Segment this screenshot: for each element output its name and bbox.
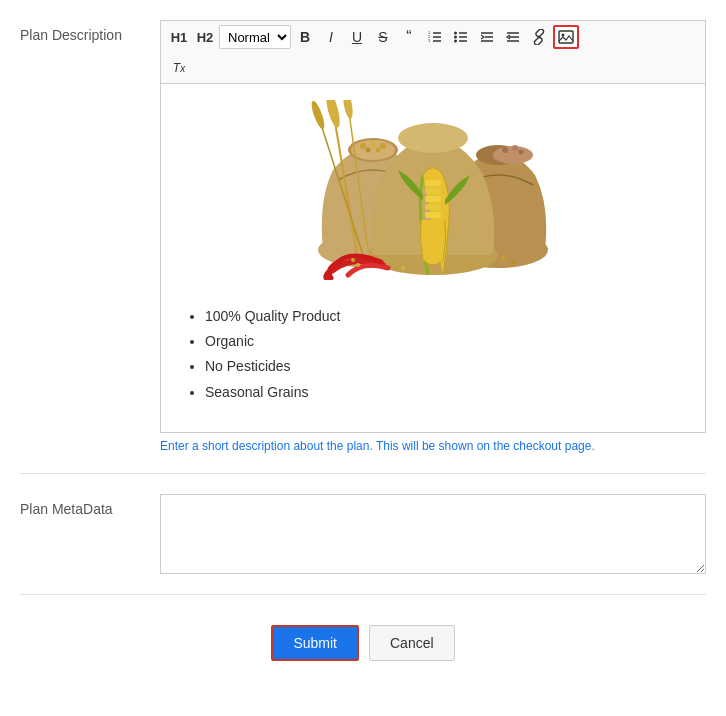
svg-point-10	[454, 36, 457, 39]
svg-point-44	[351, 258, 355, 262]
svg-point-24	[360, 143, 366, 149]
ul-icon	[453, 29, 469, 45]
svg-point-51	[502, 147, 508, 153]
svg-point-20	[562, 34, 565, 37]
image-icon	[558, 29, 574, 45]
svg-point-53	[519, 150, 524, 155]
indent-right-button[interactable]	[501, 25, 525, 49]
blockquote-button[interactable]: “	[397, 25, 421, 49]
svg-rect-41	[425, 196, 441, 202]
h1-button[interactable]: H1	[167, 25, 191, 49]
svg-rect-40	[425, 188, 441, 194]
image-button[interactable]	[553, 25, 579, 49]
clear-format-button[interactable]: Tx	[167, 56, 191, 80]
svg-point-49	[466, 263, 470, 267]
svg-point-52	[512, 145, 518, 151]
svg-point-34	[324, 100, 343, 129]
plan-metadata-row: Plan MetaData	[20, 494, 706, 595]
indent-right-icon	[505, 29, 521, 45]
svg-point-36	[309, 100, 327, 130]
bullet-item-1: 100% Quality Product	[205, 304, 685, 329]
svg-rect-39	[425, 180, 441, 186]
plan-metadata-input[interactable]	[160, 494, 706, 574]
svg-point-27	[366, 148, 371, 153]
editor-toolbar: H1 H2 Normal B I U S “ 1 2 3	[160, 20, 706, 53]
form-buttons: Submit Cancel	[20, 615, 706, 661]
svg-rect-19	[559, 31, 573, 43]
hint-text: Enter a short description about the plan…	[160, 439, 706, 453]
plan-description-editor: H1 H2 Normal B I U S “ 1 2 3	[160, 20, 706, 453]
ordered-list-button[interactable]: 1 2 3	[423, 25, 447, 49]
bullet-item-3: No Pesticides	[205, 354, 685, 379]
cancel-button[interactable]: Cancel	[369, 625, 455, 661]
plan-metadata-label: Plan MetaData	[20, 494, 160, 520]
bold-button[interactable]: B	[293, 25, 317, 49]
italic-button[interactable]: I	[319, 25, 343, 49]
svg-point-26	[380, 143, 386, 149]
toolbar-row2: Tx	[160, 53, 706, 83]
submit-button[interactable]: Submit	[271, 625, 359, 661]
grains-illustration	[303, 100, 563, 280]
underline-button[interactable]: U	[345, 25, 369, 49]
format-select[interactable]: Normal	[219, 25, 291, 49]
svg-point-28	[376, 148, 381, 153]
svg-point-25	[370, 141, 376, 147]
editor-image	[181, 100, 685, 284]
h2-button[interactable]: H2	[193, 25, 217, 49]
plan-description-row: Plan Description H1 H2 Normal B I U S “ …	[20, 20, 706, 474]
svg-point-38	[342, 100, 355, 119]
link-icon	[531, 29, 547, 45]
indent-left-icon	[479, 29, 495, 45]
svg-point-32	[398, 123, 468, 153]
indent-left-button[interactable]	[475, 25, 499, 49]
ol-icon: 1 2 3	[427, 29, 443, 45]
svg-text:3: 3	[428, 38, 431, 43]
strikethrough-button[interactable]: S	[371, 25, 395, 49]
svg-point-48	[401, 266, 405, 270]
link-button[interactable]	[527, 25, 551, 49]
bullet-item-4: Seasonal Grains	[205, 380, 685, 405]
svg-point-46	[501, 256, 505, 260]
unordered-list-button[interactable]	[449, 25, 473, 49]
svg-point-47	[511, 260, 515, 264]
svg-point-11	[454, 40, 457, 43]
plan-description-label: Plan Description	[20, 20, 160, 46]
hint-text-highlight: This will be shown on the checkout page.	[376, 439, 595, 453]
svg-rect-42	[425, 204, 441, 210]
svg-point-45	[356, 263, 360, 267]
hint-text-before: Enter a short description about the plan…	[160, 439, 373, 453]
svg-rect-43	[425, 212, 441, 218]
svg-point-9	[454, 32, 457, 35]
editor-content-area[interactable]: 100% Quality Product Organic No Pesticid…	[160, 83, 706, 433]
bullet-item-2: Organic	[205, 329, 685, 354]
bullet-list: 100% Quality Product Organic No Pesticid…	[181, 304, 685, 405]
